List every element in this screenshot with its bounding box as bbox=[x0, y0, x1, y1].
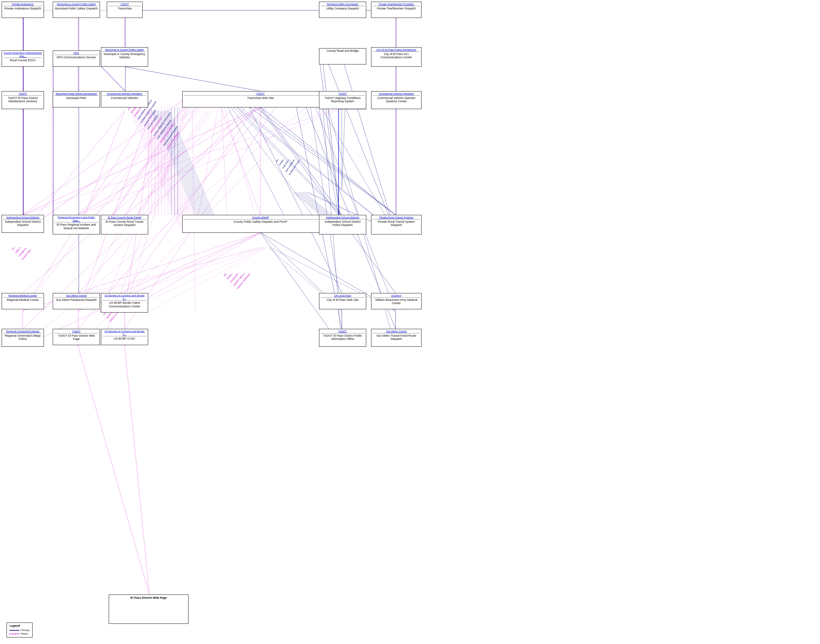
independent-school-district-police-body: Independent School District Police Dispa… bbox=[325, 220, 360, 227]
private-tow-wrecker-body: Private Tow/Wrecker Dispatch bbox=[377, 7, 416, 10]
txdot-transvista-top-node: TxDOT TransVista bbox=[107, 2, 143, 18]
txdot-district-web-header: TxDOT bbox=[54, 330, 98, 333]
txdot-transvista-top-header: TxDOT bbox=[109, 3, 141, 6]
txdot-district-web-body: TxDOT El Paso District Web Page bbox=[58, 334, 95, 341]
private-rural-transit-node: Private Rural Transit Systems Private Ru… bbox=[371, 215, 421, 235]
txdot-public-info-header: TxDOT bbox=[320, 330, 365, 333]
muni-county-vehicles-header: Municipal or County Public Safety bbox=[103, 48, 147, 52]
county-road-bridge-body: County Road and Bridge bbox=[326, 49, 359, 52]
sun-metro-transit-node: Sun Metro Transit Sun Metro Paratransit … bbox=[53, 293, 100, 309]
legend-future-label: Future bbox=[20, 632, 28, 635]
svg-line-109 bbox=[78, 347, 149, 595]
regional-medical-center-node: Regional Medical Center Regional Medical… bbox=[2, 293, 44, 309]
sun-metro-fixed-route-header: Sun Metro Transit bbox=[373, 330, 420, 333]
muni-public-safety-top-header: Municipal or County Public Safety bbox=[54, 3, 98, 6]
txdot-maintenance-node: TxDOT TxDOT El Paso District Maintenance… bbox=[2, 91, 44, 109]
us-bcbp-border-patrol-body: US BCBP Border Patrol Communications Cen… bbox=[109, 301, 140, 308]
txdot-district-web-node: TxDOT TxDOT El Paso District Web Page bbox=[53, 329, 100, 345]
regional-utility-node: Regional Utility Companies Utility Compa… bbox=[319, 2, 366, 18]
regional-medical-center-body: Regional Medical Center bbox=[7, 298, 39, 302]
txdot-highway-conditions-node: TxDOT TxDOT Highway Conditions Reporting… bbox=[319, 91, 366, 109]
txdot-maintenance-body: TxDOT El Paso District Maintenance Secti… bbox=[8, 97, 38, 103]
svg-line-59 bbox=[342, 109, 345, 189]
el-paso-county-rural-transit-header: El Paso County Rural Transit bbox=[103, 216, 147, 219]
county-sheriff-body: County Public Safety Dispatch and PSAP bbox=[233, 220, 287, 223]
regional-utility-header: Regional Utility Companies bbox=[320, 3, 365, 6]
us-bcbp-casc-node: US Bureau of Customs and Border P... US … bbox=[101, 329, 148, 345]
regional-university-header: Regional University/Colleges bbox=[3, 330, 42, 333]
us-army-body: William Beaumont Army Medical Center bbox=[376, 298, 417, 305]
svg-line-101 bbox=[342, 57, 395, 233]
svg-line-110 bbox=[125, 347, 149, 595]
us-army-node: US Army William Beaumont Army Medical Ce… bbox=[371, 293, 421, 309]
legend-future-item: Future bbox=[9, 632, 30, 635]
sun-metro-transit-header: Sun Metro Transit bbox=[54, 294, 98, 297]
regional-utility-body: Utility Company Dispatch bbox=[326, 7, 359, 10]
county-emergency-mgmt-header: County Emergency Management Age... bbox=[3, 51, 42, 58]
svg-line-13 bbox=[125, 67, 261, 91]
el-paso-district-web-page-body: EI Paso District Web Page bbox=[130, 596, 167, 600]
txdot-highway-conditions-header: TxDOT bbox=[320, 92, 365, 96]
independent-school-district-dispatch-node: Independent School Districts Independent… bbox=[2, 215, 44, 233]
city-el-paso-web-body: City of El Paso Web Site bbox=[327, 298, 359, 302]
county-sheriff-node: County Sheriff County Public Safety Disp… bbox=[182, 215, 339, 233]
city-el-paso-police-node: City Of El Paso Police Department City o… bbox=[371, 47, 421, 67]
dps-node: DPS DPS Communications Service bbox=[53, 51, 100, 67]
independent-school-district-dispatch-body: Independent School District Dispatch bbox=[5, 220, 41, 227]
commercial-vehicle-operator-systems-body: Commercial Vehicle Operator Systems Cent… bbox=[377, 97, 416, 103]
legend-primary-line bbox=[9, 630, 19, 631]
regional-emergency-public-safety-node: Regional Emergency and Public Safe... El… bbox=[53, 215, 100, 235]
county-emergency-mgmt-body: Rural County EOCs bbox=[10, 58, 35, 62]
us-bcbp-border-patrol-node: US Bureau of Customs and Border P... US … bbox=[101, 293, 148, 313]
private-ambulance-node: Private Ambulance Private Ambulance Disp… bbox=[2, 2, 44, 18]
diagram-container: incident alerts to public citizens trans… bbox=[0, 0, 820, 644]
txdot-transvista-top-body: TransVista bbox=[118, 7, 132, 10]
independent-school-district-dispatch-header: Independent School Districts bbox=[3, 216, 42, 219]
txdot-transvista-web-header: TxDOT bbox=[184, 92, 337, 96]
txdot-transvista-web-node: TxDOT TransVista Web Site bbox=[182, 91, 339, 107]
muni-county-vehicles-body: Municipal or County Emergency Vehicles bbox=[104, 52, 146, 59]
muni-county-vehicles-node: Municipal or County Public Safety Munici… bbox=[101, 47, 148, 67]
city-el-paso-police-body: City of El Paso 911 Communications Cente… bbox=[380, 52, 412, 59]
city-el-paso-web-header: City of El Paso bbox=[320, 294, 365, 297]
svg-line-38 bbox=[195, 107, 218, 233]
dps-body: DPS Communications Service bbox=[57, 56, 96, 59]
county-sheriff-header: County Sheriff bbox=[184, 216, 337, 219]
svg-line-39 bbox=[221, 107, 228, 233]
txdot-public-info-body: TxDOT El Paso District Public Informatio… bbox=[323, 334, 362, 341]
txdot-public-info-node: TxDOT TxDOT El Paso District Public Info… bbox=[319, 329, 366, 347]
txdot-maintenance-header: TxDOT bbox=[3, 92, 42, 96]
regional-emergency-public-safety-header: Regional Emergency and Public Safe... bbox=[54, 216, 98, 222]
muni-public-works-body: Municipal PWD bbox=[66, 97, 87, 100]
txdot-transvista-web-body: TransVista Web Site bbox=[247, 97, 273, 100]
svg-line-121 bbox=[101, 67, 125, 91]
us-bcbp-casc-header: US Bureau of Customs and Border P... bbox=[103, 330, 147, 336]
private-ambulance-header: Private Ambulance bbox=[3, 3, 42, 6]
private-ambulance-body: Private Ambulance Dispatch bbox=[5, 7, 41, 10]
commercial-vehicle-operator-systems-node: Commercial Vehicle Operators Commercial … bbox=[371, 91, 421, 109]
svg-line-120 bbox=[101, 67, 125, 91]
commercial-vehicles-node: Commercial Vehicle Operators Commercial … bbox=[101, 91, 148, 107]
legend-title: Legend bbox=[9, 624, 30, 627]
muni-public-works-node: Municipal Public Works Department Munici… bbox=[53, 91, 100, 107]
legend-primary-item: Primary bbox=[9, 629, 30, 632]
muni-public-works-header: Municipal Public Works Department bbox=[54, 92, 98, 96]
county-road-bridge-node: County Road and Bridge bbox=[319, 48, 366, 64]
svg-line-17 bbox=[215, 91, 261, 215]
sun-metro-fixed-route-body: Sun Metro Transit Fixed Route Dispatch bbox=[376, 334, 416, 341]
regional-university-node: Regional University/Colleges Regional Un… bbox=[2, 329, 44, 347]
txdot-highway-conditions-body: TxDOT Highway Conditions Reporting Syste… bbox=[325, 97, 361, 103]
private-rural-transit-body: Private Rural Transit System Dispatch bbox=[378, 220, 415, 227]
city-el-paso-police-header: City Of El Paso Police Department bbox=[373, 48, 420, 52]
legend-future-line bbox=[9, 633, 19, 634]
commercial-vehicles-header: Commercial Vehicle Operators bbox=[103, 92, 147, 96]
private-tow-wrecker-node: Private Tow/Wrecker Providers Private To… bbox=[371, 2, 421, 18]
independent-school-district-police-node: Independent School Districts Independent… bbox=[319, 215, 366, 235]
sun-metro-transit-body: Sun Metro Paratransit Dispatch bbox=[56, 298, 97, 302]
el-paso-district-web-page-node[interactable]: EI Paso District Web Page bbox=[109, 595, 189, 624]
us-bcbp-casc-body: US BCBP CASC bbox=[113, 337, 135, 340]
svg-line-40 bbox=[225, 107, 261, 233]
muni-public-safety-top-node: Municipal or County Public Safety Munici… bbox=[53, 2, 100, 18]
regional-medical-center-header: Regional Medical Center bbox=[3, 294, 42, 297]
regional-university-body: Regional University/College Police bbox=[5, 334, 41, 341]
